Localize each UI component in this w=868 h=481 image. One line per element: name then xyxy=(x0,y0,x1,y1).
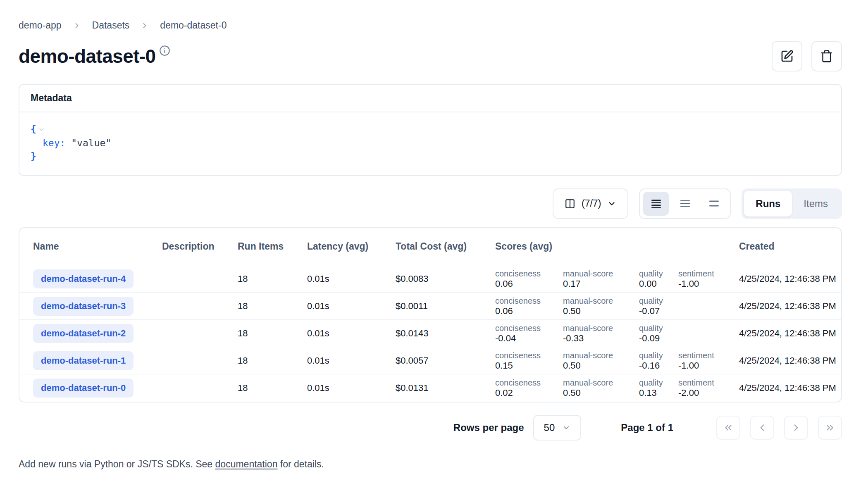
tab-items[interactable]: Items xyxy=(792,191,839,217)
score-label: manual-score xyxy=(563,323,633,333)
score-label: quality xyxy=(639,296,672,306)
score-cell-entry: conciseness0.15 xyxy=(495,350,557,371)
total-cost-cell: $0.0131 xyxy=(396,374,495,402)
prev-page-button[interactable] xyxy=(750,416,774,440)
score-cell-entry: manual-score0.50 xyxy=(563,378,633,398)
score-label: manual-score xyxy=(563,269,633,279)
row-height-tall-button[interactable] xyxy=(701,192,727,216)
table-toolbar: (7/7) Runs Ite xyxy=(19,188,842,219)
last-page-button[interactable] xyxy=(818,416,842,440)
score-value: -2.00 xyxy=(678,388,714,398)
view-toggle-tabs: Runs Items xyxy=(742,188,842,219)
description-cell xyxy=(162,374,238,402)
delete-icon xyxy=(820,50,833,63)
row-height-medium-button[interactable] xyxy=(672,192,698,216)
description-cell xyxy=(162,320,238,347)
run-link[interactable]: demo-dataset-run-1 xyxy=(33,351,134,370)
breadcrumb-separator-icon xyxy=(73,21,81,30)
score-value: 0.13 xyxy=(639,388,672,398)
latency-cell: 0.01s xyxy=(307,347,396,374)
column-header-total-cost: Total Cost (avg) xyxy=(396,228,495,265)
first-page-icon xyxy=(723,422,734,433)
next-page-button[interactable] xyxy=(784,416,808,440)
description-cell xyxy=(162,265,238,293)
table-header-row: Name Description Run Items Latency (avg)… xyxy=(19,228,842,265)
score-value: -1.00 xyxy=(678,279,714,289)
breadcrumb-item-project[interactable]: demo-app xyxy=(19,20,62,31)
column-header-latency: Latency (avg) xyxy=(307,228,396,265)
documentation-link[interactable]: documentation xyxy=(215,459,278,469)
table-body: demo-dataset-run-4180.01s$0.0083concisen… xyxy=(19,265,842,402)
rows-per-page-select[interactable]: 50 xyxy=(533,415,582,441)
title-row: demo-dataset-0 xyxy=(19,41,842,71)
rows-per-page-value: 50 xyxy=(544,422,555,433)
info-icon[interactable] xyxy=(159,45,170,56)
latency-cell: 0.01s xyxy=(307,293,396,320)
delete-dataset-button[interactable] xyxy=(811,41,842,71)
table-row[interactable]: demo-dataset-run-1180.01s$0.0057concisen… xyxy=(19,347,842,374)
row-height-toggle-group xyxy=(639,188,731,219)
run-link[interactable]: demo-dataset-run-3 xyxy=(33,297,134,316)
collapse-chevron-icon[interactable] xyxy=(38,124,45,135)
last-page-icon xyxy=(825,422,835,433)
score-cell-entry: conciseness0.06 xyxy=(495,296,557,317)
table-row[interactable]: demo-dataset-run-0180.01s$0.0131concisen… xyxy=(19,374,842,402)
breadcrumb-item-current[interactable]: demo-dataset-0 xyxy=(160,20,227,31)
total-cost-cell: $0.0011 xyxy=(396,293,495,320)
breadcrumb-item-datasets[interactable]: Datasets xyxy=(92,20,130,31)
score-value: 0.15 xyxy=(495,360,557,371)
run-link[interactable]: demo-dataset-run-0 xyxy=(33,379,134,398)
sdk-hint: Add new runs via Python or JS/TS SDKs. S… xyxy=(19,459,842,470)
score-cell-entry: manual-score-0.33 xyxy=(563,323,633,344)
score-value: -0.33 xyxy=(563,333,633,344)
score-value: -1.00 xyxy=(678,360,714,371)
sdk-hint-text-after: for details. xyxy=(277,459,324,469)
run-link[interactable]: demo-dataset-run-2 xyxy=(33,324,134,343)
prev-page-icon xyxy=(757,422,768,433)
score-cell-entry: manual-score0.17 xyxy=(563,269,633,289)
score-cell-entry: quality0.13 xyxy=(639,378,672,398)
columns-icon xyxy=(565,198,575,209)
score-cell-entry: manual-score0.50 xyxy=(563,350,633,371)
scores-cell: conciseness0.02manual-score0.50quality0.… xyxy=(495,374,739,402)
sdk-hint-text-before: Add new runs via Python or JS/TS SDKs. S… xyxy=(19,459,215,469)
score-label: quality xyxy=(639,378,672,388)
column-header-created: Created xyxy=(739,228,842,265)
table-row[interactable]: demo-dataset-run-3180.01s$0.0011concisen… xyxy=(19,293,842,320)
table-row[interactable]: demo-dataset-run-2180.01s$0.0143concisen… xyxy=(19,320,842,347)
score-label: conciseness xyxy=(495,296,557,306)
tab-runs[interactable]: Runs xyxy=(744,191,792,217)
runs-table: Name Description Run Items Latency (avg)… xyxy=(19,227,842,402)
name-cell: demo-dataset-run-0 xyxy=(19,374,162,402)
page-title: demo-dataset-0 xyxy=(19,46,156,67)
column-visibility-count: (7/7) xyxy=(582,198,601,209)
total-cost-cell: $0.0083 xyxy=(396,265,495,293)
json-line: } xyxy=(31,150,830,163)
next-page-icon xyxy=(791,422,801,433)
breadcrumb: demo-app Datasets demo-dataset-0 xyxy=(19,20,842,31)
scores-cell: conciseness0.06manual-score0.17quality0.… xyxy=(495,265,739,293)
run-items-cell: 18 xyxy=(238,347,307,374)
first-page-button[interactable] xyxy=(716,416,740,440)
description-cell xyxy=(162,347,238,374)
edit-icon xyxy=(780,50,794,63)
table-row[interactable]: demo-dataset-run-4180.01s$0.0083concisen… xyxy=(19,265,842,293)
score-label: conciseness xyxy=(495,269,557,279)
json-key: key: xyxy=(43,138,65,148)
name-cell: demo-dataset-run-1 xyxy=(19,347,162,374)
score-cell-entry: quality-0.09 xyxy=(639,323,672,344)
run-link[interactable]: demo-dataset-run-4 xyxy=(33,269,134,288)
score-value: -0.09 xyxy=(639,333,672,344)
json-value: "value" xyxy=(71,138,111,148)
score-label: conciseness xyxy=(495,323,557,333)
row-height-dense-button[interactable] xyxy=(643,192,669,216)
scores-cell: conciseness-0.04manual-score-0.33quality… xyxy=(495,320,739,347)
row-height-medium-icon xyxy=(680,198,691,209)
chevron-down-icon xyxy=(607,199,616,208)
name-cell: demo-dataset-run-2 xyxy=(19,320,162,347)
name-cell: demo-dataset-run-3 xyxy=(19,293,162,320)
edit-dataset-button[interactable] xyxy=(772,41,802,71)
score-value: -0.16 xyxy=(639,360,672,371)
row-height-tall-icon xyxy=(708,198,720,209)
column-visibility-button[interactable]: (7/7) xyxy=(553,188,628,219)
